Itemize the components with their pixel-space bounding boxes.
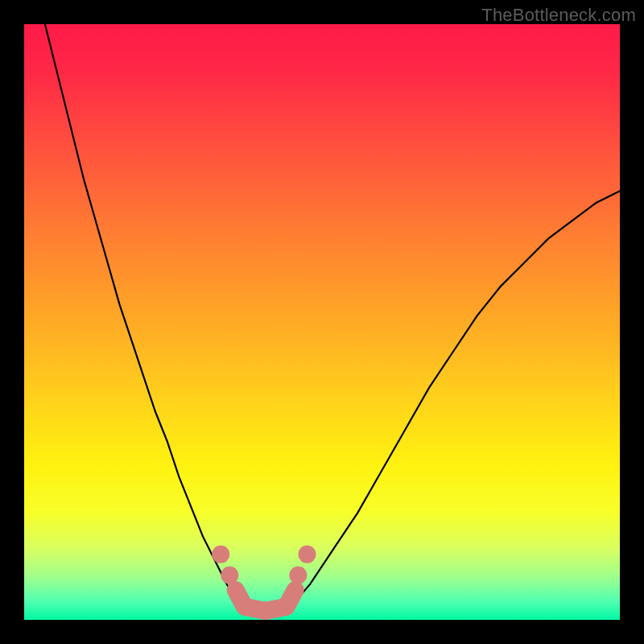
valley-dot	[299, 546, 316, 564]
left-curve	[45, 24, 239, 605]
valley-dots	[212, 546, 316, 584]
chart-frame: TheBottleneck.com	[0, 0, 644, 644]
valley-dot	[212, 546, 229, 564]
valley-dot	[221, 567, 238, 584]
valley-dot	[289, 567, 307, 584]
right-curve	[292, 191, 620, 605]
plot-area	[24, 24, 620, 620]
valley-highlight-spline	[236, 590, 295, 611]
watermark-text: TheBottleneck.com	[481, 5, 636, 26]
curve-layer	[24, 24, 620, 620]
